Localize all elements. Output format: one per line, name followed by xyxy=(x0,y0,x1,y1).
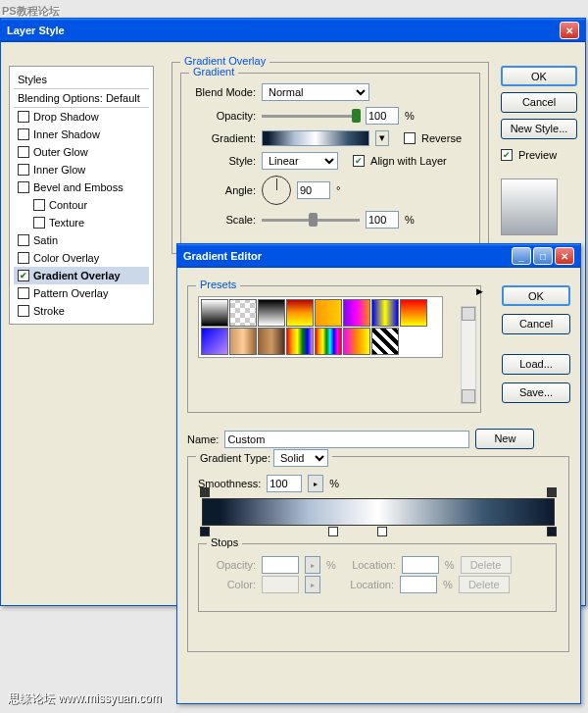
preset-swatch[interactable] xyxy=(371,299,399,327)
maximize-icon[interactable]: □ xyxy=(533,247,553,265)
preset-swatch[interactable] xyxy=(201,299,228,327)
scale-slider[interactable] xyxy=(262,219,360,222)
sidebar-item-color-overlay[interactable]: Color Overlay xyxy=(14,249,149,267)
preset-swatch[interactable] xyxy=(201,328,228,355)
checkbox-icon[interactable] xyxy=(18,234,29,246)
angle-dial[interactable] xyxy=(262,176,291,205)
gradient-editor-dialog: Gradient Editor _ □ ✕ Presets ▶ xyxy=(176,243,581,704)
stop-opacity-input xyxy=(262,556,299,574)
color-stop[interactable] xyxy=(328,527,338,536)
checkbox-icon[interactable] xyxy=(18,128,29,140)
smooth-flyout-icon[interactable]: ▸ xyxy=(308,475,323,492)
checkbox-icon[interactable] xyxy=(18,252,29,264)
layer-style-titlebar[interactable]: Layer Style ✕ xyxy=(1,19,585,42)
presets-scrollbar[interactable] xyxy=(461,306,476,404)
checkbox-icon[interactable] xyxy=(18,305,29,317)
styles-header[interactable]: Styles xyxy=(14,71,149,89)
angle-input[interactable] xyxy=(297,181,330,199)
minimize-icon[interactable]: _ xyxy=(512,247,531,265)
gradient-type-panel: Gradient Type: Solid Smoothness:▸% Stops… xyxy=(187,456,569,652)
opacity-input[interactable] xyxy=(366,107,399,125)
preset-swatch[interactable] xyxy=(258,299,285,327)
preview-checkbox[interactable]: ✔ xyxy=(501,149,513,161)
checkbox-icon[interactable] xyxy=(33,199,45,211)
reverse-label: Reverse xyxy=(421,132,462,144)
stop-location2-label: Location: xyxy=(340,579,394,590)
color-stop[interactable] xyxy=(200,527,210,536)
style-label: Style: xyxy=(189,155,256,167)
preset-swatch[interactable] xyxy=(229,328,257,355)
sidebar-item-bevel[interactable]: Bevel and Emboss xyxy=(14,178,149,196)
scroll-down-icon[interactable] xyxy=(462,389,475,403)
styles-sidebar: Styles Blending Options: Default Drop Sh… xyxy=(9,66,154,325)
save-button[interactable]: Save... xyxy=(502,382,570,403)
preset-swatch[interactable] xyxy=(371,328,399,355)
checkbox-icon[interactable] xyxy=(33,217,45,229)
sidebar-item-satin[interactable]: Satin xyxy=(14,231,149,249)
sidebar-item-gradient-overlay[interactable]: ✔Gradient Overlay xyxy=(14,267,149,284)
stop-color-swatch xyxy=(262,576,299,593)
preset-swatch[interactable] xyxy=(343,299,370,327)
blendmode-label: Blend Mode: xyxy=(189,86,256,98)
sidebar-item-texture[interactable]: Texture xyxy=(14,214,149,231)
gtype-label: Gradient Type: xyxy=(200,452,270,464)
editor-titlebar[interactable]: Gradient Editor _ □ ✕ xyxy=(177,244,580,268)
ok-button[interactable]: OK xyxy=(501,66,577,86)
checkbox-icon[interactable] xyxy=(18,111,29,123)
preset-swatch[interactable] xyxy=(400,299,427,327)
opacity-slider[interactable] xyxy=(262,115,360,118)
editor-ok-button[interactable]: OK xyxy=(502,285,570,306)
name-input[interactable] xyxy=(224,431,469,448)
load-button[interactable]: Load... xyxy=(502,354,570,375)
cancel-button[interactable]: Cancel xyxy=(501,92,577,113)
sidebar-item-inner-shadow[interactable]: Inner Shadow xyxy=(14,126,149,143)
sidebar-item-contour[interactable]: Contour xyxy=(14,196,149,214)
close-icon[interactable]: ✕ xyxy=(555,247,574,265)
new-style-button[interactable]: New Style... xyxy=(501,119,577,139)
sidebar-item-inner-glow[interactable]: Inner Glow xyxy=(14,161,149,178)
gradient-overlay-panel: Gradient Overlay Gradient Blend Mode:Nor… xyxy=(172,62,489,254)
sidebar-item-drop-shadow[interactable]: Drop Shadow xyxy=(14,108,149,126)
preset-swatch[interactable] xyxy=(286,328,314,355)
editor-cancel-button[interactable]: Cancel xyxy=(502,314,570,334)
gradient-bar[interactable] xyxy=(202,498,555,526)
scroll-up-icon[interactable] xyxy=(462,307,475,321)
preset-swatch[interactable] xyxy=(315,299,342,327)
gtype-select[interactable]: Solid xyxy=(273,449,328,467)
stop-color-label: Color: xyxy=(207,579,256,590)
opacity-label: Opacity: xyxy=(189,110,256,122)
opacity-stop[interactable] xyxy=(547,487,557,497)
checkbox-icon[interactable]: ✔ xyxy=(18,270,29,281)
checkbox-icon[interactable] xyxy=(18,181,29,193)
checkbox-icon[interactable] xyxy=(18,146,29,158)
sidebar-item-stroke[interactable]: Stroke xyxy=(14,302,149,320)
checkbox-icon[interactable] xyxy=(18,287,29,299)
close-icon[interactable]: ✕ xyxy=(560,22,579,39)
sidebar-item-pattern-overlay[interactable]: Pattern Overlay xyxy=(14,284,149,302)
scale-input[interactable] xyxy=(366,211,399,229)
preset-swatch[interactable] xyxy=(315,328,342,355)
preset-swatch[interactable] xyxy=(286,299,314,327)
flyout-icon[interactable]: ▶ xyxy=(476,286,490,300)
blending-header[interactable]: Blending Options: Default xyxy=(14,89,149,108)
preset-swatch[interactable] xyxy=(343,328,370,355)
smooth-input[interactable] xyxy=(267,475,302,492)
new-button[interactable]: New xyxy=(475,429,534,449)
align-checkbox[interactable]: ✔ xyxy=(353,155,365,167)
preset-swatch[interactable] xyxy=(229,299,257,327)
preset-grid xyxy=(198,296,443,358)
checkbox-icon[interactable] xyxy=(18,164,29,176)
color-stop[interactable] xyxy=(547,527,557,536)
flyout-icon: ▸ xyxy=(305,576,320,593)
sidebar-item-outer-glow[interactable]: Outer Glow xyxy=(14,143,149,161)
opacity-stop[interactable] xyxy=(200,487,210,497)
dropdown-icon[interactable]: ▾ xyxy=(375,130,389,146)
color-stop[interactable] xyxy=(377,527,387,536)
style-select[interactable]: Linear xyxy=(262,152,338,170)
gradient-swatch[interactable] xyxy=(262,130,369,146)
preset-swatch[interactable] xyxy=(258,328,285,355)
stop-location-input xyxy=(402,556,439,574)
reverse-checkbox[interactable] xyxy=(404,132,416,144)
blendmode-select[interactable]: Normal xyxy=(262,83,369,101)
scale-label: Scale: xyxy=(189,214,256,226)
